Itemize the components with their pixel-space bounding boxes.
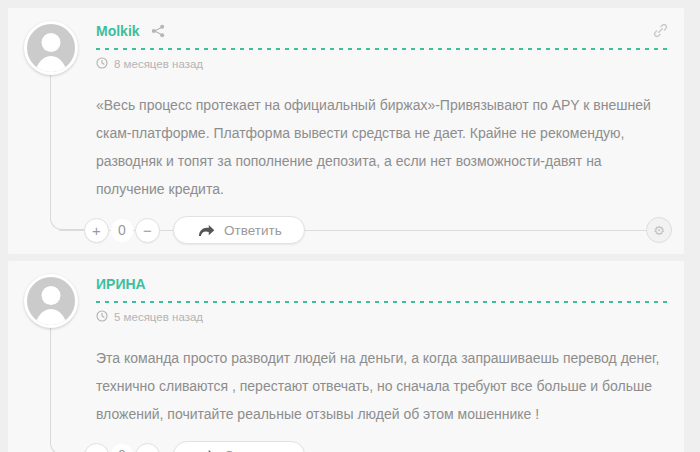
- comment-text: «Весь процесс протекает на официальный б…: [96, 91, 668, 203]
- reply-button-label: Ответить: [224, 448, 282, 452]
- comment-header: Molkik: [96, 22, 668, 71]
- comment-text: Эта команда просто разводит людей на ден…: [96, 344, 668, 428]
- comment-card: ИРИНА 5 месяцев назад Эта команда просто…: [8, 261, 684, 452]
- comment-card: Molkik: [8, 8, 684, 254]
- reply-button-label: Ответить: [224, 223, 282, 238]
- comment-timestamp: 8 месяцев назад: [114, 58, 203, 70]
- clock-icon: [96, 57, 108, 71]
- avatar-silhouette: [34, 56, 68, 75]
- avatar: [24, 274, 78, 328]
- dashed-separator: [96, 301, 668, 303]
- downvote-button[interactable]: −: [135, 218, 160, 243]
- author-name[interactable]: Molkik: [96, 23, 140, 39]
- comment-header: ИРИНА 5 месяцев назад: [96, 275, 668, 324]
- comment-actions: + 0 − Ответить: [84, 441, 668, 452]
- upvote-button[interactable]: +: [84, 218, 109, 243]
- downvote-button[interactable]: −: [135, 443, 160, 452]
- reply-button[interactable]: Ответить: [173, 216, 305, 244]
- author-name[interactable]: ИРИНА: [96, 276, 146, 292]
- reply-arrow-icon: [196, 224, 215, 237]
- thread-connector-line: [50, 74, 86, 230]
- reply-button[interactable]: Ответить: [173, 441, 305, 452]
- avatar-silhouette: [42, 286, 61, 305]
- comment-timestamp: 5 месяцев назад: [114, 311, 203, 323]
- share-icon[interactable]: [151, 24, 165, 38]
- comment-actions: + 0 − Ответить ⚙: [84, 216, 668, 244]
- vote-count: 0: [111, 219, 133, 242]
- clock-icon: [96, 310, 108, 324]
- dashed-separator: [96, 48, 668, 50]
- comments-list: Molkik: [0, 0, 700, 452]
- link-icon[interactable]: [653, 23, 668, 42]
- avatar-silhouette: [42, 33, 61, 52]
- gear-icon[interactable]: ⚙: [646, 217, 672, 243]
- avatar: [24, 21, 78, 75]
- vote-count: 0: [111, 444, 133, 452]
- upvote-button[interactable]: +: [84, 443, 109, 452]
- reply-arrow-icon: [196, 449, 215, 452]
- avatar-silhouette: [34, 309, 68, 328]
- thread-connector-line: [50, 327, 86, 452]
